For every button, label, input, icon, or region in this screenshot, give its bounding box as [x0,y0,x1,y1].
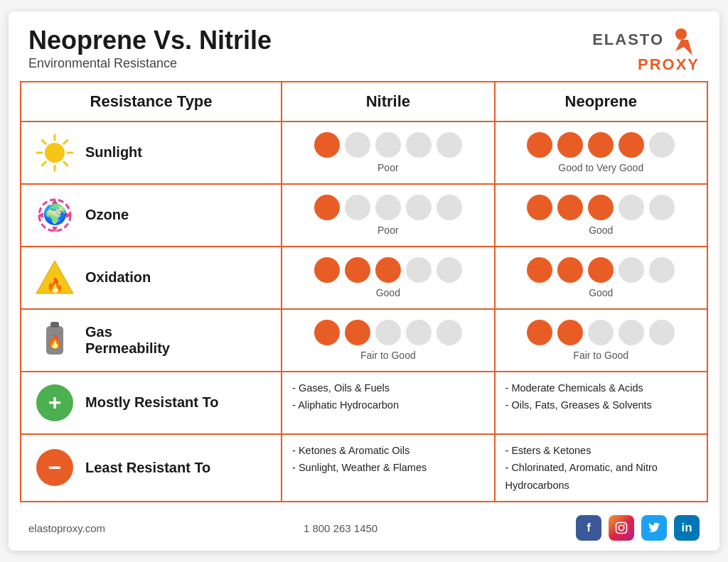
neoprene-dot-4 [649,320,675,345]
type-cell-sunlight: Sunlight [21,121,282,184]
neoprene-dot-2 [588,195,614,220]
nitrile-dot-4 [437,132,462,158]
type-cell-ozone: 🌍 Ozone [21,184,282,247]
footer: elastoproxy.com 1 800 263 1450 f in [9,505,719,551]
type-label-mostly-resistant: Mostly Resistant To [85,394,218,411]
table-row: 🌍 OzonePoorGood [21,184,707,247]
svg-line-9 [64,140,68,144]
neoprene-dot-3 [619,132,644,158]
instagram-icon[interactable] [609,515,634,541]
nitrile-list-least-resistant: - Ketones & Aromatic Oils- Sunlight, Wea… [282,434,494,502]
nitrile-dot-0 [314,132,340,158]
nitrile-dot-2 [375,195,401,220]
footer-url: elastoproxy.com [28,522,105,534]
nitrile-rating-gas-permeability: Fair to Good [289,350,486,361]
svg-point-1 [45,143,65,163]
nitrile-rating-ozone: Poor [289,225,486,236]
page-title: Neoprene Vs. Nitrile [28,26,272,55]
svg-point-0 [675,28,687,40]
svg-line-5 [42,161,46,165]
type-label-ozone: Ozone [85,207,129,223]
nitrile-dot-1 [345,195,370,220]
logo-figure-icon [668,24,700,55]
gas-icon: 🔥 [34,320,75,361]
plus-icon: + [36,384,73,421]
neoprene-list-mostly-resistant: - Moderate Chemicals & Acids- Oils, Fats… [495,372,707,434]
ozone-icon: 🌍 [34,195,75,236]
neoprene-dot-1 [557,132,583,158]
neoprene-rating-oxidation: Good [503,287,700,298]
page-subtitle: Environmental Resistance [28,56,272,71]
comparison-table-wrapper: Resistance Type Nitrile Neoprene Sunligh… [20,81,708,503]
facebook-icon[interactable]: f [576,515,601,541]
nitrile-dot-2 [375,257,401,283]
nitrile-list-mostly-resistant: - Gases, Oils & Fuels- Aliphatic Hydroca… [282,372,494,434]
nitrile-dot-1 [345,257,370,283]
minus-icon: − [36,449,73,486]
type-label-sunlight: Sunlight [85,144,142,161]
table-row: 🔥 Gas PermeabilityFair to GoodFair to Go… [21,309,707,372]
neoprene-list-least-resistant: - Esters & Ketones- Chlorinated, Aromati… [495,434,707,502]
svg-text:🔥: 🔥 [46,277,64,294]
nitrile-dot-1 [345,320,370,345]
col-header-nitrile: Nitrile [282,82,494,121]
oxidation-icon: 🔥 [34,257,75,298]
table-row: SunlightPoorGood to Very Good [21,121,707,184]
logo-elasto: ELASTO [592,31,664,49]
nitrile-dot-3 [406,195,432,220]
neoprene-dot-0 [527,132,552,158]
minus-icon: − [34,447,75,488]
nitrile-cell-gas-permeability: Fair to Good [282,309,494,372]
nitrile-rating-sunlight: Poor [289,162,486,173]
neoprene-rating-sunlight: Good to Very Good [503,162,700,173]
neoprene-cell-ozone: Good [495,184,707,247]
neoprene-dot-4 [649,132,675,158]
neoprene-dot-2 [588,320,614,345]
neoprene-dot-0 [527,257,552,283]
table-row: +Mostly Resistant To- Gases, Oils & Fuel… [21,372,707,434]
neoprene-rating-gas-permeability: Fair to Good [503,350,700,361]
svg-point-22 [619,526,624,531]
nitrile-dot-0 [314,320,340,345]
col-header-neoprene: Neoprene [495,82,707,121]
type-cell-gas-permeability: 🔥 Gas Permeability [21,309,282,372]
nitrile-dot-4 [437,195,462,220]
svg-rect-19 [50,322,59,328]
comparison-table: Resistance Type Nitrile Neoprene Sunligh… [20,81,708,503]
neoprene-dot-1 [557,257,583,283]
col-header-type: Resistance Type [21,82,282,121]
svg-text:🔥: 🔥 [47,334,63,350]
type-cell-least-resistant: −Least Resistant To [21,434,282,502]
neoprene-cell-gas-permeability: Fair to Good [495,309,707,372]
nitrile-dot-3 [406,320,432,345]
neoprene-rating-ozone: Good [503,225,700,236]
type-cell-mostly-resistant: +Mostly Resistant To [21,372,282,434]
svg-point-23 [623,524,625,526]
svg-rect-21 [616,523,626,534]
type-label-gas-permeability: Gas Permeability [85,324,170,357]
nitrile-dot-0 [314,195,340,220]
svg-text:🌍: 🌍 [43,202,68,226]
nitrile-dot-0 [314,257,340,283]
neoprene-dot-3 [619,257,644,283]
svg-line-7 [42,140,46,144]
nitrile-dot-4 [437,320,462,345]
table-row: 🔥 OxidationGoodGood [21,247,707,309]
logo-proxy: PROXY [638,55,700,74]
svg-line-3 [64,161,68,165]
nitrile-cell-sunlight: Poor [282,121,494,184]
header-left: Neoprene Vs. Nitrile Environmental Resis… [28,26,272,71]
nitrile-cell-ozone: Poor [282,184,494,247]
neoprene-dot-3 [619,320,644,345]
footer-phone: 1 800 263 1450 [304,522,378,534]
neoprene-dot-3 [619,195,644,220]
nitrile-rating-oxidation: Good [289,287,486,298]
sun-icon [34,132,75,173]
linkedin-icon[interactable]: in [674,515,700,541]
nitrile-dot-4 [437,257,462,283]
header: Neoprene Vs. Nitrile Environmental Resis… [9,11,719,81]
nitrile-dot-3 [406,132,432,158]
twitter-icon[interactable] [641,515,667,541]
nitrile-cell-oxidation: Good [282,247,494,309]
nitrile-dot-2 [375,320,401,345]
